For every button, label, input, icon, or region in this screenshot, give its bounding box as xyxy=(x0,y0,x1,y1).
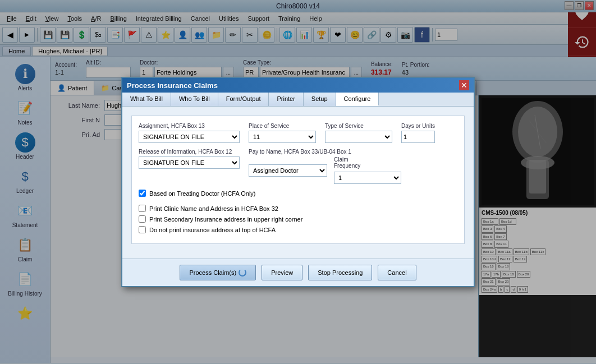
modal-tabs: What To Bill Who To Bill Form/Output Pri… xyxy=(122,93,474,107)
modal-tab-what-to-bill[interactable]: What To Bill xyxy=(122,93,171,106)
modal-title-bar: Process Insurance Claims ✕ xyxy=(122,78,474,93)
place-of-service-label: Place of Service xyxy=(249,123,316,129)
release-label: Release of Information, HCFA Box 12 xyxy=(139,149,240,155)
based-on-treating-checkbox[interactable] xyxy=(139,190,146,197)
modal-body: Assignment, HCFA Box 13 SIGNATURE ON FIL… xyxy=(122,107,474,259)
processing-indicator: Process Claim(s) xyxy=(189,269,246,277)
modal-tab-form-output[interactable]: Form/Output xyxy=(218,93,269,106)
place-of-service-select[interactable]: 11 xyxy=(249,131,316,143)
type-of-service-select[interactable] xyxy=(325,131,392,143)
do-not-print-row: Do not print insurance address at top of… xyxy=(139,226,457,233)
stop-processing-button[interactable]: Stop Processing xyxy=(308,265,372,280)
form-row-2: Release of Information, HCFA Box 12 SIGN… xyxy=(139,149,457,184)
place-of-service-col: Place of Service 11 xyxy=(249,123,316,143)
claim-freq-select[interactable]: 1 xyxy=(334,172,401,184)
do-not-print-checkbox[interactable] xyxy=(139,226,146,233)
days-or-units-col: Days or Units xyxy=(401,123,435,143)
release-col: Release of Information, HCFA Box 12 SIGN… xyxy=(139,149,240,169)
do-not-print-label: Do not print insurance address at top of… xyxy=(149,227,276,233)
cancel-button[interactable]: Cancel xyxy=(378,265,416,280)
modal-footer: Process Claim(s) Preview Stop Processing… xyxy=(122,259,474,286)
process-claims-button[interactable]: Process Claim(s) xyxy=(180,265,256,280)
pay-to-name-label: Pay to Name, HCFA Box 33/UB-04 Box 1 xyxy=(249,149,401,155)
modal-tab-who-to-bill[interactable]: Who To Bill xyxy=(171,93,218,106)
release-select[interactable]: SIGNATURE ON FILE xyxy=(139,156,240,169)
assignment-label: Assignment, HCFA Box 13 xyxy=(139,123,240,129)
pay-to-name-select[interactable]: Assigned Doctor xyxy=(249,164,327,177)
form-row-1: Assignment, HCFA Box 13 SIGNATURE ON FIL… xyxy=(139,123,457,143)
type-of-service-col: Type of Service xyxy=(325,123,392,143)
claim-freq-col: ClaimFrequency 1 xyxy=(334,156,401,184)
print-secondary-row: Print Secondary Insurance address in upp… xyxy=(139,215,457,223)
claim-freq-label: ClaimFrequency xyxy=(334,156,401,169)
preview-button[interactable]: Preview xyxy=(262,265,302,280)
processing-spinner xyxy=(239,269,246,277)
print-secondary-label: Print Secondary Insurance address in upp… xyxy=(149,216,302,223)
print-secondary-checkbox[interactable] xyxy=(139,215,146,223)
type-of-service-label: Type of Service xyxy=(325,123,392,129)
process-btn-label: Process Claim(s) xyxy=(189,269,236,276)
modal-tab-configure[interactable]: Configure xyxy=(336,93,379,106)
modal-tab-setup[interactable]: Setup xyxy=(304,93,336,106)
modal-title: Process Insurance Claims xyxy=(127,81,218,90)
print-clinic-row: Print Clinic Name and Address in HCFA Bo… xyxy=(139,205,457,212)
print-clinic-checkbox[interactable] xyxy=(139,205,146,212)
assignment-col: Assignment, HCFA Box 13 SIGNATURE ON FIL… xyxy=(139,123,240,143)
based-on-treating-label: Based on Treating Doctor (HCFA Only) xyxy=(149,190,256,197)
assignment-select[interactable]: SIGNATURE ON FILE xyxy=(139,131,240,143)
configure-section: Assignment, HCFA Box 13 SIGNATURE ON FIL… xyxy=(131,116,465,244)
pay-to-name-col: Pay to Name, HCFA Box 33/UB-04 Box 1 Ass… xyxy=(249,149,401,184)
modal-overlay: Process Insurance Claims ✕ What To Bill … xyxy=(0,0,596,364)
process-insurance-claims-dialog: Process Insurance Claims ✕ What To Bill … xyxy=(121,77,475,287)
based-on-treating-row: Based on Treating Doctor (HCFA Only) xyxy=(139,190,457,197)
days-or-units-label: Days or Units xyxy=(401,123,435,129)
days-or-units-input[interactable] xyxy=(401,131,435,143)
modal-tab-printer[interactable]: Printer xyxy=(269,93,303,106)
print-clinic-label: Print Clinic Name and Address in HCFA Bo… xyxy=(149,205,278,212)
modal-close-button[interactable]: ✕ xyxy=(459,80,469,90)
